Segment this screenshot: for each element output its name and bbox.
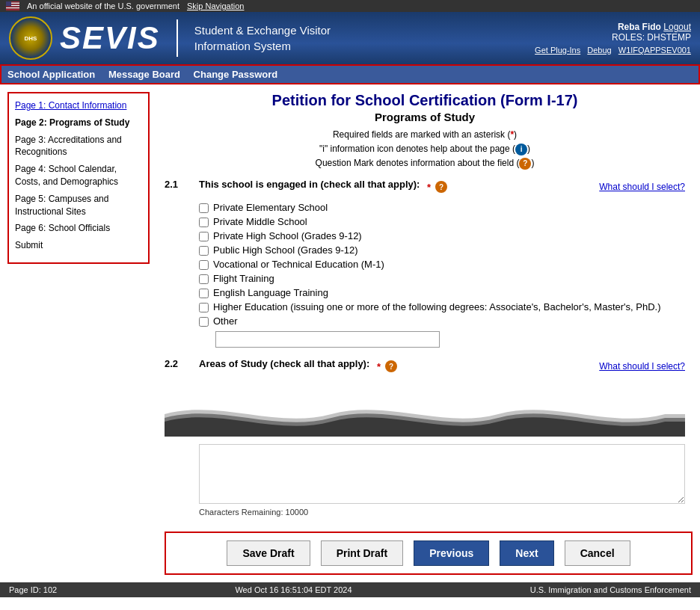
required-marker: * [427, 182, 431, 193]
print-draft-button[interactable]: Print Draft [321, 540, 403, 566]
instruction-qmark: Question Mark denotes information about … [165, 156, 685, 170]
page-subtitle: Programs of Study [165, 111, 685, 123]
subtitle-line1: Student & Exchange Visitor [194, 22, 331, 38]
roles-text: ROLES: DHSTEMP [530, 32, 691, 43]
svg-rect-8 [6, 1, 11, 6]
sidebar-item-page2: Page 2: Programs of Study [15, 117, 142, 129]
main-content: Page 1: Contact Information Page 2: Prog… [0, 84, 700, 582]
debug-link[interactable]: Debug [587, 46, 611, 55]
list-item-higher-ed: Higher Education (issuing one or more of… [199, 301, 685, 312]
section-2-2-header: Areas of Study (check all that apply): *… [199, 358, 685, 375]
header-right: Reba Fido Logout ROLES: DHSTEMP Get Plug… [530, 22, 691, 55]
section-2-2-help-icon[interactable]: ? [385, 360, 397, 372]
section-2-1: 2.1 This school is engaged in (check all… [165, 179, 685, 348]
required-marker-2-2: * [377, 361, 381, 372]
app-id-link[interactable]: W1IFQAPPSEV001 [618, 46, 691, 55]
checkbox-other[interactable] [199, 317, 209, 327]
section-2-2-num: 2.2 [165, 358, 187, 369]
sidebar: Page 1: Contact Information Page 2: Prog… [7, 92, 150, 264]
section-2-1-help-icon[interactable]: ? [435, 181, 447, 193]
label-english: English Language Training [213, 287, 328, 298]
instruction-info: "i" information icon denotes help about … [165, 142, 685, 156]
label-private-elem: Private Elementary School [213, 202, 328, 213]
section-2-1-label: This school is engaged in (check all tha… [199, 179, 423, 190]
section-2-1-header: This school is engaged in (check all tha… [199, 179, 685, 196]
list-item-private-high: Private High School (Grades 9-12) [199, 230, 685, 241]
section-2-1-num: 2.1 [165, 179, 187, 190]
section-2-2-label: Areas of Study (check all that apply): [199, 358, 372, 369]
textarea-section: Characters Remaining: 10000 [165, 444, 685, 517]
checkbox-private-middle[interactable] [199, 218, 209, 227]
dhs-seal: DHS [9, 16, 52, 60]
checkbox-list-2-1: Private Elementary School Private Middle… [199, 202, 685, 327]
sidebar-item-page5: Page 5: Campuses and Instructional Sites [15, 193, 142, 218]
us-flag-icon [6, 1, 19, 10]
save-draft-button[interactable]: Save Draft [227, 540, 310, 566]
sidebar-item-page6: Page 6: School Officials [15, 222, 142, 235]
next-button[interactable]: Next [500, 540, 553, 566]
previous-button[interactable]: Previous [414, 540, 489, 566]
sidebar-item-submit: Submit [15, 239, 142, 252]
footer-agency: U.S. Immigration and Customs Enforcement [530, 585, 691, 594]
svg-rect-5 [6, 7, 19, 8]
section-2-2-content: Areas of Study (check all that apply): *… [199, 358, 685, 381]
checkbox-vocational[interactable] [199, 260, 209, 270]
svg-rect-6 [6, 9, 19, 10]
get-plugins-link[interactable]: Get Plug-Ins [535, 46, 580, 55]
qmark-icon[interactable]: ? [519, 158, 531, 170]
list-item-other: Other [199, 315, 685, 327]
footer-timestamp: Wed Oct 16 16:51:04 EDT 2024 [235, 585, 351, 594]
logout-link[interactable]: Logout [663, 22, 691, 32]
button-bar: Save Draft Print Draft Previous Next Can… [165, 532, 693, 575]
content-wrapper: Petition for School Certification (Form … [157, 84, 700, 582]
asterisk-icon: * [510, 129, 514, 140]
checkbox-english[interactable] [199, 289, 209, 298]
cancel-button[interactable]: Cancel [565, 540, 630, 566]
what-select-2-1-link[interactable]: What should I select? [599, 182, 685, 192]
checkbox-higher-ed[interactable] [199, 303, 209, 312]
gov-bar: An official website of the U.S. governme… [0, 0, 700, 12]
wave-separator [165, 392, 685, 437]
label-private-high: Private High School (Grades 9-12) [213, 230, 362, 241]
sidebar-item-page3: Page 3: Accreditations and Recognitions [15, 134, 142, 159]
footer: Page ID: 102 Wed Oct 16 16:51:04 EDT 202… [0, 582, 700, 597]
svg-rect-7 [6, 10, 19, 10]
header-left: DHS SEVIS Student & Exchange Visitor Inf… [9, 16, 331, 60]
chars-remaining: Characters Remaining: 10000 [199, 508, 685, 517]
label-public-high: Public High School (Grades 9-12) [213, 244, 358, 256]
header: DHS SEVIS Student & Exchange Visitor Inf… [0, 12, 700, 64]
gov-bar-text: An official website of the U.S. governme… [27, 1, 179, 10]
section-2-1-content: This school is engaged in (check all tha… [199, 179, 685, 348]
page-title: Petition for School Certification (Form … [165, 92, 685, 109]
checkbox-flight[interactable] [199, 274, 209, 284]
skip-nav-link[interactable]: Skip Navigation [187, 1, 244, 10]
checkbox-private-elem[interactable] [199, 203, 209, 213]
nav-message-board[interactable]: Message Board [108, 69, 180, 80]
label-private-middle: Private Middle School [213, 216, 307, 227]
header-divider [176, 19, 178, 57]
sevis-logo: DHS SEVIS [9, 16, 160, 60]
header-subtitle: Student & Exchange Visitor Information S… [194, 22, 331, 54]
checkbox-public-high[interactable] [199, 246, 209, 256]
footer-page-id: Page ID: 102 [9, 585, 57, 594]
section-2-2: 2.2 Areas of Study (check all that apply… [165, 358, 685, 381]
sidebar-item-page4: Page 4: School Calendar, Costs, and Demo… [15, 163, 142, 188]
list-item-private-elem: Private Elementary School [199, 202, 685, 213]
label-vocational: Vocational or Technical Education (M-1) [213, 259, 384, 270]
nav-bar: School Application Message Board Change … [0, 64, 700, 84]
list-item-private-middle: Private Middle School [199, 216, 685, 227]
list-item-vocational: Vocational or Technical Education (M-1) [199, 259, 685, 270]
nav-change-password[interactable]: Change Password [194, 69, 278, 80]
subtitle-line2: Information System [194, 38, 331, 54]
instructions: Required fields are marked with an aster… [165, 128, 685, 171]
list-item-flight: Flight Training [199, 273, 685, 284]
sidebar-item-page1[interactable]: Page 1: Contact Information [15, 99, 142, 112]
what-select-2-2-link[interactable]: What should I select? [599, 361, 685, 372]
info-icon[interactable]: i [515, 144, 527, 155]
other-text-input[interactable] [215, 331, 440, 348]
sevis-title: SEVIS [60, 20, 160, 56]
checkbox-private-high[interactable] [199, 232, 209, 241]
areas-of-study-textarea[interactable] [199, 444, 685, 504]
nav-school-application[interactable]: School Application [7, 69, 95, 80]
instruction-required: Required fields are marked with an aster… [165, 128, 685, 142]
